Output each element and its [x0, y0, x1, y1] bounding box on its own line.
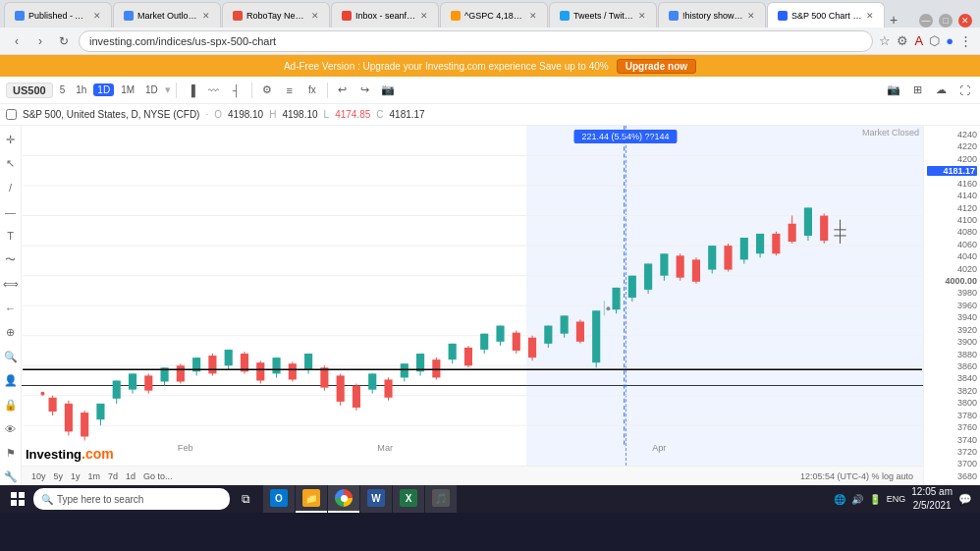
line-icon[interactable]: 〰 [204, 81, 224, 100]
tf-5y[interactable]: 5y [54, 471, 64, 481]
tf-1y[interactable]: 1y [71, 471, 81, 481]
tab-favicon-gspc [451, 11, 461, 21]
windows-icon [11, 492, 25, 506]
svg-rect-76 [561, 315, 569, 333]
taskbar-word-icon[interactable]: W [360, 485, 392, 513]
chart-main[interactable]: 221.44 (5.54%) ??144 Market Closed Inves… [22, 126, 923, 485]
compare-icon[interactable]: ≡ [280, 81, 299, 100]
price-4040: 4040 [927, 251, 977, 261]
undo-icon[interactable]: ↩ [333, 81, 353, 100]
settings-icon[interactable]: ⚙ [257, 81, 277, 100]
tool-icon[interactable]: 🔧 [2, 468, 20, 485]
tab-close-published[interactable]: ✕ [93, 11, 101, 21]
tf-1d-bottom[interactable]: 1d [126, 471, 136, 481]
tf-7d[interactable]: 7d [108, 471, 118, 481]
taskbar-chrome-icon[interactable] [328, 485, 359, 513]
eye-icon[interactable]: 👁 [2, 420, 20, 437]
taskbar-outlook-icon[interactable]: O [263, 485, 295, 513]
indicator-icon[interactable]: fx [302, 81, 322, 100]
tab-close-spx[interactable]: ✕ [866, 11, 874, 21]
ohlc-checkbox[interactable] [6, 109, 17, 120]
tf-1m-bottom[interactable]: 1m [88, 471, 101, 481]
tab-close-twitter[interactable]: ✕ [638, 11, 646, 21]
svg-rect-11 [49, 398, 57, 412]
goto-button[interactable]: Go to... [143, 471, 173, 481]
tf-1m[interactable]: 1M [117, 83, 138, 96]
tab-published[interactable]: Published - AM... ✕ [4, 2, 112, 28]
horizontal-line-icon[interactable]: — [2, 204, 20, 221]
tab-close-inbox[interactable]: ✕ [420, 11, 428, 21]
tf-1d[interactable]: 1D [93, 83, 114, 96]
bookmark-icon[interactable]: ☆ [879, 33, 891, 48]
zoom-icon[interactable]: ⊕ [2, 324, 20, 341]
grid-icon[interactable]: ⊞ [907, 81, 927, 100]
svg-rect-121 [11, 500, 17, 506]
task-view-button[interactable]: ⧉ [232, 485, 259, 513]
extension-icon1[interactable]: ⚙ [897, 33, 908, 48]
close-button[interactable]: ✕ [958, 14, 972, 28]
upgrade-button[interactable]: Upgrade now [617, 59, 696, 74]
minimize-button[interactable]: — [919, 14, 933, 28]
svg-rect-13 [65, 404, 73, 431]
fibonacci-icon[interactable]: 〜 [2, 252, 20, 269]
new-tab-button[interactable]: + [890, 12, 898, 28]
tab-close-history[interactable]: ✕ [747, 11, 755, 21]
taskbar-files-icon[interactable]: 📁 [296, 485, 327, 513]
symbol-box[interactable]: US500 [6, 83, 53, 98]
start-button[interactable] [4, 485, 31, 513]
tab-close-gspc[interactable]: ✕ [529, 11, 537, 21]
tab-robotay[interactable]: RoboTay Newsle... ✕ [222, 2, 330, 28]
lock-icon[interactable]: 🔒 [2, 397, 20, 413]
screenshot-icon[interactable]: 📷 [884, 81, 903, 100]
magnify-icon[interactable]: 🔍 [2, 349, 20, 365]
tab-close-robotay[interactable]: ✕ [311, 11, 319, 21]
taskbar-extra-icon[interactable]: 🎵 [425, 485, 457, 513]
bar-icon[interactable]: ┤ [227, 81, 246, 100]
back-arrow-icon[interactable]: ← [2, 301, 20, 317]
notification-icon[interactable]: 💬 [958, 493, 972, 506]
tf-1h[interactable]: 1h [72, 83, 90, 96]
tf-5[interactable]: 5 [56, 83, 70, 96]
left-toolbar: ✛ ↖ / — T 〜 ⟺ ← ⊕ 🔍 👤 🔒 👁 ⚑ 🔧 [0, 126, 22, 485]
tab-history[interactable]: !history shows th... ✕ [658, 2, 766, 28]
tab-inbox[interactable]: Inbox - seanfac@... ✕ [331, 2, 439, 28]
forward-button[interactable]: › [31, 32, 49, 50]
address-bar[interactable]: investing.com/indices/us-spx-500-chart [79, 30, 873, 52]
measure-icon[interactable]: ⟺ [2, 276, 20, 293]
tab-favicon-market [124, 11, 134, 21]
candle-icon[interactable]: ▐ [182, 81, 201, 100]
text-icon[interactable]: T [2, 228, 20, 245]
svg-rect-119 [11, 492, 17, 498]
wifi-icon[interactable]: 🌐 [834, 494, 845, 505]
extension-icon2[interactable]: A [914, 33, 923, 48]
tf-dropdown-icon[interactable]: ▾ [165, 83, 171, 96]
person-icon[interactable]: 👤 [2, 372, 20, 389]
volume-icon[interactable]: 🔊 [851, 494, 863, 505]
taskbar-clock[interactable]: 12:05 am 2/5/2021 [911, 485, 953, 513]
tf-10y[interactable]: 10y [31, 471, 46, 481]
tab-gspc[interactable]: ^GSPC 4,181.17 ✕ [440, 2, 548, 28]
cloud-icon[interactable]: ☁ [931, 81, 951, 100]
battery-icon[interactable]: 🔋 [869, 494, 881, 505]
extension-icon3[interactable]: ⬡ [929, 33, 940, 48]
maximize-button[interactable]: □ [939, 14, 953, 28]
flag-icon[interactable]: ⚑ [2, 445, 20, 462]
tab-market[interactable]: Market Outlook f... ✕ [113, 2, 221, 28]
tf-1d2[interactable]: 1D [141, 83, 162, 96]
redo-icon[interactable]: ↪ [355, 81, 375, 100]
crosshair-icon[interactable]: ✛ [2, 132, 20, 148]
refresh-button[interactable]: ↻ [55, 32, 73, 50]
taskbar-excel-icon[interactable]: X [393, 485, 424, 513]
trend-line-icon[interactable]: / [2, 180, 20, 196]
camera-icon[interactable]: 📷 [378, 81, 398, 100]
back-button[interactable]: ‹ [8, 32, 26, 50]
cursor-icon[interactable]: ↖ [2, 156, 20, 173]
svg-rect-52 [368, 373, 376, 389]
taskbar-search-bar[interactable]: 🔍 Type here to search [33, 488, 230, 510]
profile-icon[interactable]: ● [946, 33, 953, 48]
tab-twitter[interactable]: Tweets / Twitter ✕ [549, 2, 657, 28]
tab-spx[interactable]: S&P 500 Chart O... ✕ [767, 2, 885, 28]
fullscreen-icon[interactable]: ⛶ [954, 81, 974, 100]
tab-close-market[interactable]: ✕ [202, 11, 210, 21]
menu-icon[interactable]: ⋮ [959, 33, 972, 48]
